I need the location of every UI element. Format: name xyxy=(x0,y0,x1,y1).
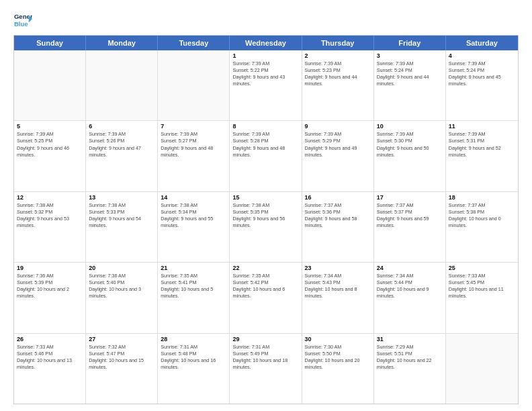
calendar-header-cell: Monday xyxy=(86,36,158,50)
cell-info: Sunrise: 7:35 AM Sunset: 5:41 PM Dayligh… xyxy=(161,273,226,300)
calendar-cell xyxy=(14,50,86,120)
cell-info: Sunrise: 7:33 AM Sunset: 5:46 PM Dayligh… xyxy=(17,344,83,371)
calendar-cell: 17Sunrise: 7:37 AM Sunset: 5:37 PM Dayli… xyxy=(374,192,446,262)
cell-info: Sunrise: 7:38 AM Sunset: 5:32 PM Dayligh… xyxy=(17,202,83,229)
day-number: 10 xyxy=(377,123,443,130)
calendar-cell: 20Sunrise: 7:36 AM Sunset: 5:40 PM Dayli… xyxy=(86,263,158,332)
calendar-cell: 26Sunrise: 7:33 AM Sunset: 5:46 PM Dayli… xyxy=(14,334,86,404)
day-number: 26 xyxy=(17,336,83,342)
logo: General Blue xyxy=(13,11,32,30)
calendar-cell: 2Sunrise: 7:39 AM Sunset: 5:23 PM Daylig… xyxy=(302,50,374,120)
calendar-cell: 10Sunrise: 7:39 AM Sunset: 5:30 PM Dayli… xyxy=(374,121,446,191)
cell-info: Sunrise: 7:34 AM Sunset: 5:43 PM Dayligh… xyxy=(305,273,371,300)
calendar-cell: 30Sunrise: 7:30 AM Sunset: 5:50 PM Dayli… xyxy=(302,334,374,404)
day-number: 11 xyxy=(449,123,515,130)
day-number: 15 xyxy=(232,194,298,201)
calendar-header-cell: Saturday xyxy=(446,36,518,50)
calendar-body: 1Sunrise: 7:39 AM Sunset: 5:22 PM Daylig… xyxy=(14,50,518,404)
cell-info: Sunrise: 7:39 AM Sunset: 5:31 PM Dayligh… xyxy=(449,131,515,158)
day-number: 21 xyxy=(161,265,226,271)
calendar-cell: 4Sunrise: 7:39 AM Sunset: 5:24 PM Daylig… xyxy=(446,50,518,120)
calendar-cell: 28Sunrise: 7:31 AM Sunset: 5:48 PM Dayli… xyxy=(158,334,230,404)
cell-info: Sunrise: 7:39 AM Sunset: 5:23 PM Dayligh… xyxy=(305,60,371,87)
cell-info: Sunrise: 7:34 AM Sunset: 5:44 PM Dayligh… xyxy=(377,273,443,300)
calendar-cell: 11Sunrise: 7:39 AM Sunset: 5:31 PM Dayli… xyxy=(446,121,518,191)
header: General Blue xyxy=(13,11,519,30)
cell-info: Sunrise: 7:29 AM Sunset: 5:51 PM Dayligh… xyxy=(377,344,443,371)
day-number: 8 xyxy=(232,123,298,130)
calendar-header-cell: Thursday xyxy=(302,36,374,50)
day-number: 6 xyxy=(89,123,154,130)
calendar-cell: 29Sunrise: 7:31 AM Sunset: 5:49 PM Dayli… xyxy=(230,334,302,404)
day-number: 7 xyxy=(161,123,226,130)
calendar: SundayMondayTuesdayWednesdayThursdayFrid… xyxy=(13,35,519,404)
day-number: 9 xyxy=(305,123,371,130)
cell-info: Sunrise: 7:39 AM Sunset: 5:24 PM Dayligh… xyxy=(377,60,443,87)
calendar-cell: 31Sunrise: 7:29 AM Sunset: 5:51 PM Dayli… xyxy=(374,334,446,404)
calendar-cell: 13Sunrise: 7:38 AM Sunset: 5:33 PM Dayli… xyxy=(86,192,158,262)
cell-info: Sunrise: 7:32 AM Sunset: 5:47 PM Dayligh… xyxy=(89,344,154,371)
calendar-cell: 19Sunrise: 7:36 AM Sunset: 5:39 PM Dayli… xyxy=(14,263,86,332)
calendar-cell: 27Sunrise: 7:32 AM Sunset: 5:47 PM Dayli… xyxy=(86,334,158,404)
calendar-row: 26Sunrise: 7:33 AM Sunset: 5:46 PM Dayli… xyxy=(14,334,518,404)
calendar-cell: 9Sunrise: 7:39 AM Sunset: 5:29 PM Daylig… xyxy=(302,121,374,191)
day-number: 4 xyxy=(449,52,515,59)
cell-info: Sunrise: 7:37 AM Sunset: 5:37 PM Dayligh… xyxy=(377,202,443,229)
calendar-header-cell: Tuesday xyxy=(158,36,230,50)
calendar-cell: 7Sunrise: 7:39 AM Sunset: 5:27 PM Daylig… xyxy=(158,121,230,191)
cell-info: Sunrise: 7:39 AM Sunset: 5:29 PM Dayligh… xyxy=(305,131,371,158)
calendar-header-cell: Friday xyxy=(374,36,446,50)
cell-info: Sunrise: 7:39 AM Sunset: 5:24 PM Dayligh… xyxy=(449,60,515,87)
calendar-cell xyxy=(86,50,158,120)
calendar-cell: 3Sunrise: 7:39 AM Sunset: 5:24 PM Daylig… xyxy=(374,50,446,120)
day-number: 31 xyxy=(377,336,443,342)
day-number: 3 xyxy=(377,52,443,59)
cell-info: Sunrise: 7:39 AM Sunset: 5:27 PM Dayligh… xyxy=(161,131,226,158)
day-number: 23 xyxy=(305,265,371,271)
calendar-header-cell: Wednesday xyxy=(230,36,302,50)
calendar-cell: 5Sunrise: 7:39 AM Sunset: 5:25 PM Daylig… xyxy=(14,121,86,191)
day-number: 16 xyxy=(305,194,371,201)
calendar-cell: 14Sunrise: 7:38 AM Sunset: 5:34 PM Dayli… xyxy=(158,192,230,262)
calendar-cell: 12Sunrise: 7:38 AM Sunset: 5:32 PM Dayli… xyxy=(14,192,86,262)
calendar-cell: 22Sunrise: 7:35 AM Sunset: 5:42 PM Dayli… xyxy=(230,263,302,332)
day-number: 12 xyxy=(17,194,83,201)
calendar-cell: 23Sunrise: 7:34 AM Sunset: 5:43 PM Dayli… xyxy=(302,263,374,332)
calendar-cell: 6Sunrise: 7:39 AM Sunset: 5:26 PM Daylig… xyxy=(86,121,158,191)
cell-info: Sunrise: 7:31 AM Sunset: 5:49 PM Dayligh… xyxy=(232,344,298,371)
logo-icon: General Blue xyxy=(13,11,32,30)
cell-info: Sunrise: 7:36 AM Sunset: 5:40 PM Dayligh… xyxy=(89,273,154,300)
calendar-row: 19Sunrise: 7:36 AM Sunset: 5:39 PM Dayli… xyxy=(14,263,518,333)
day-number: 22 xyxy=(232,265,298,271)
calendar-cell: 18Sunrise: 7:37 AM Sunset: 5:38 PM Dayli… xyxy=(446,192,518,262)
day-number: 25 xyxy=(449,265,515,271)
day-number: 5 xyxy=(17,123,83,130)
cell-info: Sunrise: 7:39 AM Sunset: 5:25 PM Dayligh… xyxy=(17,131,83,158)
day-number: 29 xyxy=(232,336,298,342)
calendar-cell xyxy=(446,334,518,404)
calendar-cell: 15Sunrise: 7:38 AM Sunset: 5:35 PM Dayli… xyxy=(230,192,302,262)
day-number: 1 xyxy=(232,52,298,59)
cell-info: Sunrise: 7:31 AM Sunset: 5:48 PM Dayligh… xyxy=(161,344,226,371)
day-number: 27 xyxy=(89,336,154,342)
day-number: 17 xyxy=(377,194,443,201)
day-number: 14 xyxy=(161,194,226,201)
cell-info: Sunrise: 7:30 AM Sunset: 5:50 PM Dayligh… xyxy=(305,344,371,371)
page: General Blue SundayMondayTuesdayWednesda… xyxy=(0,0,532,411)
calendar-cell xyxy=(158,50,230,120)
cell-info: Sunrise: 7:37 AM Sunset: 5:36 PM Dayligh… xyxy=(305,202,371,229)
cell-info: Sunrise: 7:33 AM Sunset: 5:45 PM Dayligh… xyxy=(449,273,515,300)
calendar-cell: 21Sunrise: 7:35 AM Sunset: 5:41 PM Dayli… xyxy=(158,263,230,332)
day-number: 18 xyxy=(449,194,515,201)
calendar-cell: 16Sunrise: 7:37 AM Sunset: 5:36 PM Dayli… xyxy=(302,192,374,262)
day-number: 28 xyxy=(161,336,226,342)
day-number: 20 xyxy=(89,265,154,271)
day-number: 24 xyxy=(377,265,443,271)
day-number: 30 xyxy=(305,336,371,342)
day-number: 13 xyxy=(89,194,154,201)
cell-info: Sunrise: 7:38 AM Sunset: 5:34 PM Dayligh… xyxy=(161,202,226,229)
calendar-cell: 1Sunrise: 7:39 AM Sunset: 5:22 PM Daylig… xyxy=(230,50,302,120)
calendar-row: 12Sunrise: 7:38 AM Sunset: 5:32 PM Dayli… xyxy=(14,192,518,263)
calendar-cell: 8Sunrise: 7:39 AM Sunset: 5:28 PM Daylig… xyxy=(230,121,302,191)
calendar-header-cell: Sunday xyxy=(14,36,86,50)
